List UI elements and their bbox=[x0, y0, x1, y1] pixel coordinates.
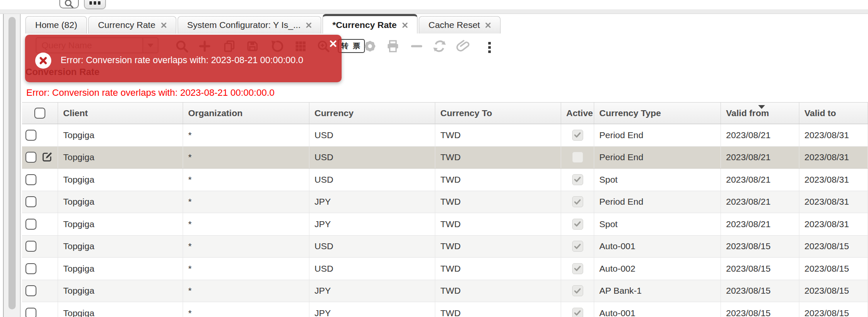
column-label: Valid to bbox=[804, 108, 836, 118]
currency-type-cell: Period End bbox=[594, 124, 721, 146]
active-checkbox-checked bbox=[572, 241, 583, 252]
refresh-icon bbox=[432, 39, 447, 54]
table-row[interactable]: Topgiga*USDTWDPeriod End2023/08/212023/0… bbox=[22, 147, 868, 169]
tab-currency-rate[interactable]: Currency Rate bbox=[88, 16, 176, 33]
inline-error-text: Error: Conversion rate overlaps with: 20… bbox=[26, 87, 275, 98]
column-label: Active bbox=[566, 108, 593, 118]
tab-close-button[interactable] bbox=[485, 20, 491, 30]
column-header-valid-from[interactable]: Valid from bbox=[721, 103, 799, 124]
currency-to-cell: TWD bbox=[435, 280, 561, 302]
active-checkbox-checked bbox=[572, 196, 583, 207]
print-button[interactable] bbox=[384, 37, 402, 55]
tab-close-button[interactable] bbox=[161, 20, 167, 30]
row-checkbox[interactable] bbox=[25, 241, 36, 252]
row-checkbox[interactable] bbox=[25, 152, 36, 163]
toast-close-button[interactable] bbox=[329, 39, 337, 48]
tab-close-button[interactable] bbox=[306, 20, 312, 30]
row-select-cell bbox=[22, 236, 58, 258]
table-row[interactable]: Topgiga*JPYTWD AP Bank-12023/08/152023/0… bbox=[22, 280, 868, 303]
row-checkbox[interactable] bbox=[25, 308, 36, 317]
row-checkbox[interactable] bbox=[25, 263, 36, 274]
currency-to-cell: TWD bbox=[435, 236, 561, 258]
close-icon[interactable] bbox=[402, 22, 408, 28]
currency-type-cell: Spot bbox=[594, 169, 721, 191]
currency-type-cell: Period End bbox=[594, 191, 721, 213]
magnifier-icon bbox=[64, 0, 75, 9]
toast-message: Error: Conversion rate overlaps with: 20… bbox=[61, 55, 303, 66]
currency-to-cell: TWD bbox=[435, 147, 561, 169]
tab-bar: Home (82)Currency RateSystem Configurato… bbox=[25, 14, 501, 33]
tab-cache-reset[interactable]: Cache Reset bbox=[419, 16, 501, 33]
more-menu-button[interactable] bbox=[84, 0, 106, 9]
currency-type-cell: Period End bbox=[594, 147, 721, 169]
column-header-currency-to[interactable]: Currency To bbox=[435, 103, 561, 124]
currency-to-cell: TWD bbox=[435, 258, 561, 280]
active-checkbox-checked bbox=[572, 308, 583, 317]
valid-to-cell: 2023/08/15 bbox=[799, 280, 868, 302]
column-header-client[interactable]: Client bbox=[58, 103, 183, 124]
process-button[interactable] bbox=[361, 37, 379, 55]
column-header-currency-type[interactable]: Currency Type bbox=[594, 103, 721, 124]
organization-cell: * bbox=[183, 258, 309, 280]
table-row[interactable]: Topgiga*JPYTWD Auto-0012023/08/152023/08… bbox=[22, 302, 868, 317]
active-checkbox-checked bbox=[572, 130, 583, 141]
organization-cell: * bbox=[183, 280, 309, 302]
checkmark-icon bbox=[574, 176, 581, 183]
active-cell bbox=[561, 169, 594, 191]
column-header-valid-to[interactable]: Valid to bbox=[799, 103, 868, 124]
global-search-input[interactable] bbox=[59, 0, 79, 8]
tab-currency-rate[interactable]: *Currency Rate bbox=[323, 14, 417, 33]
active-cell bbox=[561, 147, 594, 169]
column-header-organization[interactable]: Organization bbox=[183, 103, 309, 124]
column-label: Valid from bbox=[726, 108, 769, 118]
valid-from-cell: 2023/08/15 bbox=[721, 302, 799, 317]
content-left-border bbox=[20, 14, 21, 317]
table-row[interactable]: Topgiga*USDTWD Auto-0022023/08/152023/08… bbox=[22, 258, 868, 280]
close-icon bbox=[330, 40, 337, 47]
vertical-scrollbar[interactable] bbox=[8, 17, 16, 309]
checkmark-icon bbox=[574, 243, 581, 250]
valid-from-cell: 2023/08/21 bbox=[721, 213, 799, 235]
client-cell: Topgiga bbox=[58, 147, 183, 169]
column-header-select[interactable] bbox=[22, 103, 58, 124]
error-circle-x-icon bbox=[35, 53, 51, 69]
row-checkbox[interactable] bbox=[25, 196, 36, 207]
tab-system-configurator-y-is[interactable]: System Configurator: Y Is_... bbox=[178, 16, 322, 33]
active-cell bbox=[561, 213, 594, 235]
column-header-currency[interactable]: Currency bbox=[309, 103, 435, 124]
table-row[interactable]: Topgiga*USDTWD Auto-0012023/08/152023/08… bbox=[22, 236, 868, 258]
row-select-cell bbox=[22, 169, 58, 191]
close-icon[interactable] bbox=[161, 22, 167, 28]
more-options-button[interactable] bbox=[483, 40, 496, 55]
table-row[interactable]: Topgiga*USDTWD Spot2023/08/212023/08/31 bbox=[22, 169, 868, 191]
valid-to-cell: 2023/08/31 bbox=[799, 213, 868, 235]
row-checkbox[interactable] bbox=[25, 285, 36, 296]
table-row[interactable]: Topgiga*USDTWD Period End2023/08/212023/… bbox=[22, 124, 868, 147]
column-header-active[interactable]: Active bbox=[561, 103, 594, 124]
attachment-button[interactable] bbox=[454, 37, 472, 55]
organization-cell: * bbox=[183, 169, 309, 191]
checkmark-icon bbox=[574, 132, 581, 138]
close-icon[interactable] bbox=[485, 22, 491, 28]
row-checkbox[interactable] bbox=[25, 130, 36, 141]
currency-cell: USD bbox=[309, 236, 435, 258]
active-cell bbox=[561, 258, 594, 280]
select-all-checkbox[interactable] bbox=[34, 108, 45, 119]
currency-cell: USD bbox=[309, 169, 435, 191]
tab-close-button[interactable] bbox=[402, 20, 408, 30]
valid-from-cell: 2023/08/21 bbox=[721, 124, 799, 146]
checkmark-icon bbox=[574, 221, 581, 227]
close-icon[interactable] bbox=[306, 22, 312, 28]
table-row[interactable]: Topgiga*JPYTWD Period End2023/08/212023/… bbox=[22, 191, 868, 214]
tab-home-82[interactable]: Home (82) bbox=[25, 16, 87, 33]
refresh-button[interactable] bbox=[431, 37, 448, 55]
valid-from-cell: 2023/08/21 bbox=[721, 147, 799, 169]
valid-to-cell: 2023/08/31 bbox=[799, 124, 868, 146]
print-icon bbox=[385, 39, 401, 54]
delete-button[interactable] bbox=[408, 37, 426, 55]
row-checkbox[interactable] bbox=[25, 219, 36, 230]
valid-from-cell: 2023/08/15 bbox=[721, 236, 799, 258]
active-cell bbox=[561, 191, 594, 213]
row-checkbox[interactable] bbox=[25, 174, 36, 185]
table-row[interactable]: Topgiga*JPYTWD Spot2023/08/212023/08/31 bbox=[22, 213, 868, 236]
